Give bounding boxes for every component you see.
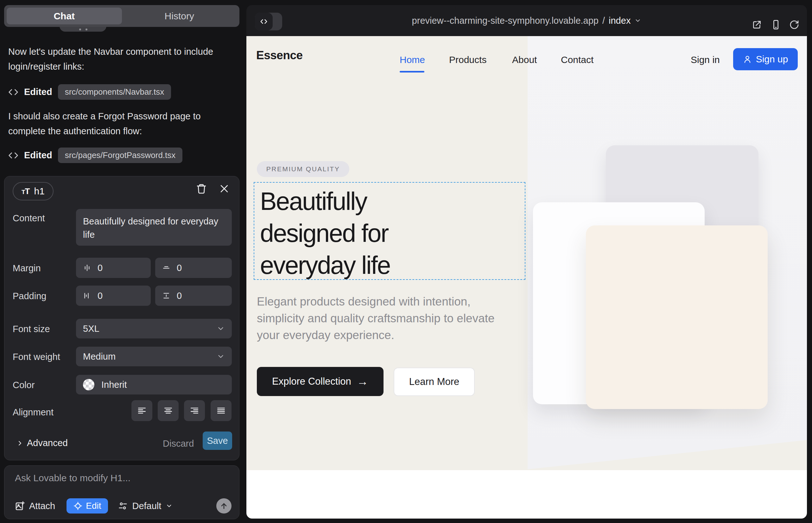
send-button[interactable] (216, 498, 231, 513)
lovable-app: Chat History Now let's update the Navbar… (0, 0, 812, 523)
font-size-label: Font size (13, 324, 50, 334)
arrow-right-icon: → (357, 375, 368, 388)
edited-file-pill[interactable]: src/components/Navbar.tsx (58, 84, 171, 100)
chat-message: I should also create a Forgot Password p… (8, 109, 235, 139)
font-size-value: 5XL (83, 324, 100, 334)
align-center-button[interactable] (158, 400, 179, 421)
advanced-toggle[interactable]: Advanced (16, 438, 68, 448)
hero-badge: PREMIUM QUALITY (257, 161, 349, 177)
edit-mode-button[interactable]: Edit (67, 498, 108, 513)
site-viewport: Essence Home Products About Contact Sign… (246, 36, 807, 519)
hero-heading-line: designed for (260, 217, 390, 249)
color-value: Inherit (101, 380, 127, 390)
margin-vertical-icon (161, 263, 171, 273)
edited-file-pill[interactable]: src/pages/ForgotPassword.tsx (58, 147, 183, 163)
element-editor-panel: TT h1 Content Beautifully designed for e… (4, 176, 240, 460)
selected-element-chip: TT h1 (13, 182, 54, 200)
explore-collection-button[interactable]: Explore Collection → (257, 367, 384, 396)
crosshair-icon (73, 502, 82, 510)
mobile-view-button[interactable] (771, 20, 781, 30)
refresh-button[interactable] (789, 20, 799, 30)
padding-y-value: 0 (177, 291, 182, 301)
arrow-up-icon (219, 502, 228, 510)
edited-label: Edited (24, 87, 52, 97)
content-input[interactable]: Beautifully designed for everyday life (76, 209, 232, 246)
user-icon (743, 55, 752, 64)
nav-link-home[interactable]: Home (400, 54, 425, 65)
composer-toolbar: Attach Edit Default (15, 498, 231, 513)
content-label: Content (13, 213, 45, 223)
nav-link-products[interactable]: Products (449, 54, 487, 65)
padding-label: Padding (13, 291, 46, 301)
content-field: Beautifully designed for everyday life (76, 209, 232, 246)
margin-horizontal-icon (82, 263, 92, 273)
chat-message: Now let's update the Navbar component to… (8, 44, 235, 74)
tab-history[interactable]: History (122, 7, 237, 24)
chat-composer: Attach Edit Default (4, 465, 240, 519)
discard-button[interactable]: Discard (163, 438, 194, 449)
preview-host: preview--charming-site-symphony.lovable.… (412, 16, 599, 26)
padding-horizontal-icon (82, 291, 92, 301)
font-weight-label: Font weight (13, 352, 60, 362)
delete-element-button[interactable] (196, 183, 207, 194)
default-mode-selector[interactable]: Default (118, 501, 173, 511)
nav-active-underline (400, 71, 424, 72)
chevron-down-icon (217, 325, 225, 333)
h1-selection-outline[interactable]: Beautifully designed for everyday life (254, 182, 525, 280)
url-separator: / (602, 16, 605, 26)
site-logo[interactable]: Essence (256, 49, 303, 62)
code-icon (8, 150, 18, 161)
margin-y-input[interactable]: 0 (155, 258, 232, 278)
edited-file-row: Edited src/pages/ForgotPassword.tsx (8, 147, 182, 163)
align-justify-button[interactable] (211, 400, 231, 421)
chat-history-tabs: Chat History (4, 5, 240, 27)
padding-x-value: 0 (98, 291, 103, 301)
color-swatch (83, 379, 94, 390)
url-bar[interactable]: preview--charming-site-symphony.lovable.… (246, 5, 807, 36)
code-icon (8, 87, 18, 97)
edited-label: Edited (24, 150, 52, 161)
advanced-label: Advanced (27, 438, 68, 448)
learn-more-button[interactable]: Learn More (394, 367, 475, 396)
chevron-down-icon (217, 353, 225, 361)
explore-collection-label: Explore Collection (272, 376, 351, 387)
sliders-icon (118, 501, 128, 511)
decor-card-cream (586, 226, 768, 409)
color-field[interactable]: Inherit (76, 375, 232, 395)
sign-up-button[interactable]: Sign up (733, 48, 798, 70)
preview-page: index (609, 16, 631, 26)
type-icon: TT (21, 186, 30, 196)
default-label: Default (132, 501, 161, 511)
font-size-select[interactable]: 5XL (76, 319, 232, 339)
composer-input[interactable] (15, 473, 230, 493)
nav-link-contact[interactable]: Contact (561, 54, 594, 65)
nav-link-about[interactable]: About (512, 54, 537, 65)
chevron-down-icon (634, 17, 641, 24)
browser-chrome: preview--charming-site-symphony.lovable.… (246, 5, 807, 36)
edit-label: Edit (86, 501, 101, 511)
close-panel-button[interactable] (219, 183, 230, 194)
padding-x-input[interactable]: 0 (76, 286, 151, 306)
attach-button[interactable]: Attach (15, 501, 55, 511)
hero-paragraph: Elegant products designed with intention… (257, 293, 514, 343)
hero-heading-line: Beautifully (260, 185, 390, 217)
sign-in-link[interactable]: Sign in (691, 54, 720, 65)
margin-y-value: 0 (177, 263, 182, 273)
color-label: Color (13, 380, 35, 390)
save-button[interactable]: Save (203, 432, 232, 450)
bubble-dot (86, 29, 87, 30)
padding-y-input[interactable]: 0 (155, 286, 232, 306)
alignment-label: Alignment (13, 407, 54, 418)
attach-label: Attach (29, 501, 55, 511)
align-left-button[interactable] (131, 400, 152, 421)
font-weight-value: Medium (83, 351, 116, 362)
bubble-dot (79, 29, 81, 30)
align-right-button[interactable] (184, 400, 205, 421)
preview-frame: preview--charming-site-symphony.lovable.… (246, 5, 807, 519)
margin-x-input[interactable]: 0 (76, 258, 151, 278)
open-in-new-tab-button[interactable] (752, 20, 762, 30)
edited-file-row: Edited src/components/Navbar.tsx (8, 84, 171, 100)
margin-label: Margin (13, 263, 41, 273)
font-weight-select[interactable]: Medium (76, 347, 232, 366)
tab-chat[interactable]: Chat (7, 7, 122, 24)
